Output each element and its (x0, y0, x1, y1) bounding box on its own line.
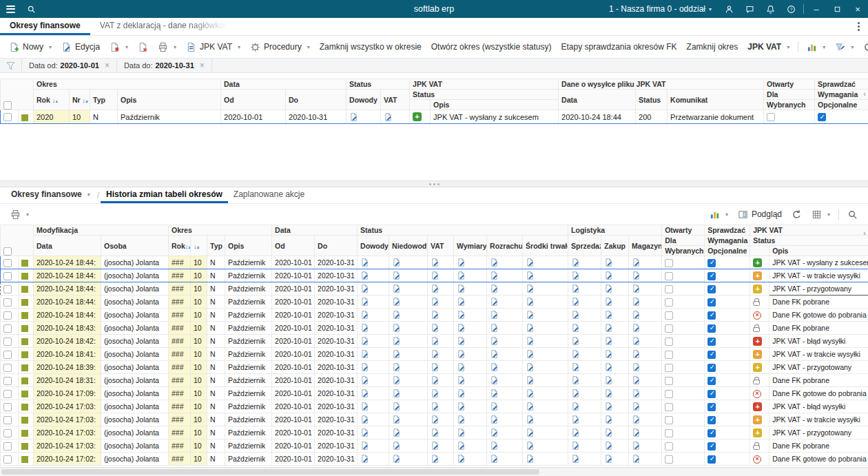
dowody-edit-icon[interactable] (360, 389, 369, 398)
dowody-cell[interactable] (358, 348, 389, 361)
typ-cell[interactable]: N (90, 110, 118, 124)
row-checkbox[interactable] (3, 311, 12, 320)
sprzedaz-cell[interactable] (568, 439, 601, 453)
wymiary-edit-icon[interactable] (457, 454, 466, 464)
col-header-typ[interactable]: Typ (207, 236, 225, 256)
nr-cell[interactable]: 10 (191, 335, 207, 348)
otwarty-cell[interactable] (764, 110, 815, 124)
srodki-trwale-edit-icon[interactable] (526, 284, 535, 293)
wymagania-checkbox[interactable] (707, 429, 716, 437)
srodki-trwale-edit-icon[interactable] (526, 441, 535, 451)
sprzedaz-cell[interactable] (568, 335, 601, 348)
vat-edit-icon[interactable] (431, 284, 440, 293)
col-header-opcjonalne[interactable]: Opcjonalne (815, 100, 868, 110)
wymagania-checkbox[interactable] (707, 442, 716, 451)
col-header-opis[interactable]: Opis (118, 90, 221, 110)
osoba-cell[interactable]: (josocha) Jolanta (101, 439, 169, 453)
close-button[interactable]: × (847, 0, 868, 18)
magazyn-edit-icon[interactable] (632, 336, 641, 346)
niedowody-cell[interactable] (389, 387, 428, 400)
opis-cell[interactable]: Październik (225, 256, 272, 269)
do-cell[interactable]: 2020-10-31 (315, 309, 358, 322)
dowody-cell[interactable] (358, 269, 389, 282)
typ-cell[interactable]: N (207, 387, 225, 400)
typ-cell[interactable]: N (207, 256, 225, 269)
row-select-cell[interactable] (1, 439, 19, 453)
modification-date-cell[interactable]: 2020-10-24 18:44: (34, 309, 101, 322)
row-checkbox[interactable] (3, 298, 12, 307)
osoba-cell[interactable]: (josocha) Jolanta (101, 361, 169, 374)
table-row[interactable]: 2020-10-24 18:43: (josocha) Jolanta ### … (1, 322, 868, 335)
niedowody-cell[interactable] (389, 374, 428, 387)
srodki-trwale-edit-icon[interactable] (526, 323, 535, 333)
rozrachunki-cell[interactable] (487, 426, 523, 439)
do-cell[interactable]: 2020-10-31 (315, 387, 358, 400)
dowody-cell[interactable] (358, 282, 389, 296)
col-header-dla[interactable]: Dla (662, 236, 705, 246)
niedowody-cell[interactable] (389, 282, 428, 296)
row-select-cell[interactable] (1, 426, 19, 439)
srodki-trwale-cell[interactable] (523, 282, 568, 296)
vat-cell[interactable] (428, 269, 454, 282)
wymiary-edit-icon[interactable] (457, 258, 466, 267)
osoba-cell[interactable]: (josocha) Jolanta (101, 256, 169, 269)
zakup-edit-icon[interactable] (604, 258, 613, 267)
sprzedaz-cell[interactable] (568, 322, 601, 335)
notifications-button[interactable] (760, 0, 781, 18)
vat-edit-icon[interactable] (431, 454, 440, 464)
dowody-cell[interactable] (358, 426, 389, 439)
col-header-do[interactable]: Do (315, 236, 358, 256)
wymiary-cell[interactable] (454, 335, 487, 348)
niedowody-edit-icon[interactable] (392, 323, 401, 333)
vat-cell[interactable] (428, 426, 454, 439)
wymiary-edit-icon[interactable] (457, 362, 466, 372)
table-row[interactable]: 2020-10-24 17:03: (josocha) Jolanta ### … (1, 426, 868, 439)
magazyn-cell[interactable] (629, 439, 662, 453)
table-row[interactable]: 2020-10-24 17:03: (josocha) Jolanta ### … (1, 413, 868, 426)
od-cell[interactable]: 2020-10-01 (272, 256, 315, 269)
zakup-cell[interactable] (601, 413, 629, 426)
sprzedaz-edit-icon[interactable] (571, 310, 580, 320)
menu-button[interactable] (0, 0, 21, 18)
od-cell[interactable]: 2020-10-01 (272, 269, 315, 282)
vat-edit-icon[interactable] (431, 349, 440, 359)
niedowody-edit-icon[interactable] (392, 441, 401, 451)
otwarty-cell[interactable] (662, 387, 705, 400)
od-cell[interactable]: 2020-10-01 (221, 110, 286, 124)
sprzedaz-edit-icon[interactable] (571, 362, 580, 372)
jpk-opis-cell[interactable]: JPK VAT - w trakcie wysyłki (769, 413, 868, 426)
col-header-wysylka-status[interactable]: Status (636, 90, 668, 110)
vat-edit-icon[interactable] (431, 336, 440, 346)
col-header-opis[interactable]: Opis (225, 236, 272, 256)
sprzedaz-cell[interactable] (568, 256, 601, 269)
sprzedaz-cell[interactable] (568, 387, 601, 400)
opis-cell[interactable]: Październik (225, 453, 272, 466)
wymiary-edit-icon[interactable] (457, 389, 466, 398)
osoba-cell[interactable]: (josocha) Jolanta (101, 400, 169, 413)
nr-cell[interactable]: 10 (191, 309, 207, 322)
otwarty-cell[interactable] (662, 400, 705, 413)
procedures-menu-button[interactable]: Procedury▾ (245, 38, 315, 56)
niedowody-cell[interactable] (389, 296, 428, 309)
rozrachunki-edit-icon[interactable] (490, 415, 499, 424)
magazyn-edit-icon[interactable] (632, 441, 641, 451)
osoba-cell[interactable]: (josocha) Jolanta (101, 309, 169, 322)
wymiary-edit-icon[interactable] (457, 323, 466, 333)
wymiary-edit-icon[interactable] (457, 284, 466, 293)
modification-date-cell[interactable]: 2020-10-24 17:02: (34, 453, 101, 466)
filter-edit-button[interactable]: ▾ (830, 38, 858, 56)
srodki-trwale-cell[interactable] (523, 439, 568, 453)
magazyn-edit-icon[interactable] (632, 258, 641, 267)
wymiary-cell[interactable] (454, 374, 487, 387)
wymiary-cell[interactable] (454, 282, 487, 296)
osoba-cell[interactable]: (josocha) Jolanta (101, 453, 169, 466)
rok-cell[interactable]: ### (169, 413, 191, 426)
magazyn-cell[interactable] (629, 309, 662, 322)
wymiary-cell[interactable] (454, 439, 487, 453)
magazyn-edit-icon[interactable] (632, 271, 641, 280)
od-cell[interactable]: 2020-10-01 (272, 439, 315, 453)
do-cell[interactable]: 2020-10-31 (315, 400, 358, 413)
srodki-trwale-edit-icon[interactable] (526, 297, 535, 307)
srodki-trwale-cell[interactable] (523, 361, 568, 374)
vat-cell[interactable] (428, 256, 454, 269)
